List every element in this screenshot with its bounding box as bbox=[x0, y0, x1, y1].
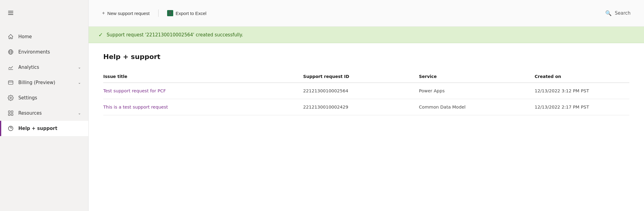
table-row: Test support request for PCF 22121300100… bbox=[103, 83, 629, 99]
search-icon: 🔍 bbox=[605, 10, 612, 16]
help-icon bbox=[7, 125, 14, 132]
svg-rect-10 bbox=[9, 111, 10, 113]
svg-point-14 bbox=[9, 126, 13, 131]
service-1: Power Apps bbox=[419, 83, 535, 99]
svg-rect-11 bbox=[11, 111, 13, 113]
new-support-request-button[interactable]: + New support request bbox=[98, 8, 153, 18]
table-header-row: Issue title Support request ID Service C… bbox=[103, 70, 629, 83]
sidebar-item-resources[interactable]: Resources ⌄ bbox=[0, 106, 88, 121]
page-content: Help + support Issue title Support reque… bbox=[89, 43, 644, 211]
toolbar-separator bbox=[158, 9, 159, 17]
col-header-id: Support request ID bbox=[303, 70, 419, 83]
sidebar-item-billing-label: Billing (Preview) bbox=[18, 80, 55, 85]
issue-link-2[interactable]: This is a test support request bbox=[103, 99, 303, 115]
main-content: + New support request X Export to Excel … bbox=[89, 0, 644, 211]
export-excel-label: Export to Excel bbox=[176, 11, 207, 16]
sidebar-item-settings[interactable]: Settings bbox=[0, 90, 88, 106]
billing-icon bbox=[7, 79, 14, 86]
col-header-issue: Issue title bbox=[103, 70, 303, 83]
sidebar-nav: Home Environments Analytics ⌄ Billing (P… bbox=[0, 27, 88, 139]
globe-icon bbox=[7, 49, 14, 55]
settings-icon bbox=[7, 94, 14, 101]
page-title: Help + support bbox=[103, 53, 629, 61]
analytics-icon bbox=[7, 64, 14, 71]
hamburger-icon[interactable] bbox=[7, 9, 14, 17]
sidebar-item-help-support-label: Help + support bbox=[18, 126, 57, 131]
support-table: Issue title Support request ID Service C… bbox=[103, 70, 629, 115]
search-button[interactable]: 🔍 Search bbox=[602, 8, 634, 19]
toolbar: + New support request X Export to Excel … bbox=[89, 0, 644, 27]
success-banner: ✓ Support request '2212130010002564' cre… bbox=[89, 27, 644, 43]
service-2: Common Data Model bbox=[419, 99, 535, 115]
created-1: 12/13/2022 3:12 PM PST bbox=[535, 83, 629, 99]
chevron-down-icon: ⌄ bbox=[78, 65, 81, 69]
sidebar: Home Environments Analytics ⌄ Billing (P… bbox=[0, 0, 89, 211]
created-2: 12/13/2022 2:17 PM PST bbox=[535, 99, 629, 115]
sidebar-item-resources-label: Resources bbox=[18, 110, 42, 116]
request-id-2: 2212130010002429 bbox=[303, 99, 419, 115]
sidebar-header bbox=[0, 0, 88, 27]
plus-icon: + bbox=[102, 10, 105, 16]
sidebar-item-home-label: Home bbox=[18, 34, 32, 39]
col-header-service: Service bbox=[419, 70, 535, 83]
svg-rect-12 bbox=[9, 114, 10, 116]
success-message: Support request '2212130010002564' creat… bbox=[107, 32, 243, 38]
chevron-down-icon-resources: ⌄ bbox=[78, 111, 81, 115]
new-support-request-label: New support request bbox=[107, 11, 149, 16]
excel-icon: X bbox=[167, 10, 173, 16]
export-excel-button[interactable]: X Export to Excel bbox=[163, 8, 210, 19]
sidebar-item-analytics-label: Analytics bbox=[18, 65, 39, 70]
chevron-down-icon-billing: ⌄ bbox=[78, 80, 81, 85]
table-row: This is a test support request 221213001… bbox=[103, 99, 629, 115]
sidebar-item-billing[interactable]: Billing (Preview) ⌄ bbox=[0, 75, 88, 90]
sidebar-item-environments[interactable]: Environments bbox=[0, 44, 88, 60]
sidebar-item-home[interactable]: Home bbox=[0, 29, 88, 44]
request-id-1: 2212130010002564 bbox=[303, 83, 419, 99]
sidebar-item-analytics[interactable]: Analytics ⌄ bbox=[0, 60, 88, 75]
resources-icon bbox=[7, 110, 14, 117]
home-icon bbox=[7, 33, 14, 40]
success-check-icon: ✓ bbox=[98, 31, 103, 38]
sidebar-item-environments-label: Environments bbox=[18, 49, 50, 55]
svg-point-9 bbox=[10, 97, 12, 99]
sidebar-item-settings-label: Settings bbox=[18, 95, 37, 101]
svg-rect-7 bbox=[9, 81, 13, 84]
search-label: Search bbox=[615, 10, 631, 16]
sidebar-item-help-support[interactable]: Help + support bbox=[0, 121, 88, 136]
issue-link-1[interactable]: Test support request for PCF bbox=[103, 83, 303, 99]
svg-rect-13 bbox=[11, 114, 13, 116]
col-header-created: Created on bbox=[535, 70, 629, 83]
